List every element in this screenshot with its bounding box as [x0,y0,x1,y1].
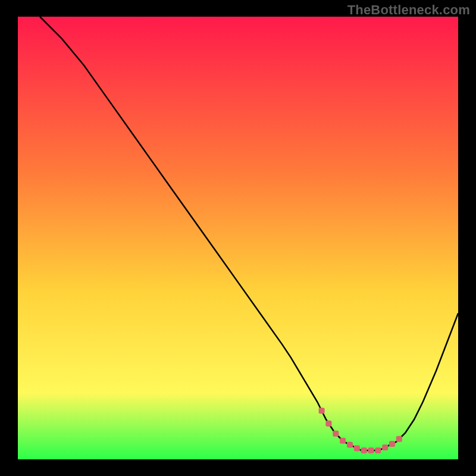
optimal-marker [319,408,325,414]
optimal-marker [347,441,353,447]
optimal-marker [375,447,381,453]
chart-frame: TheBottleneck.com [0,0,476,476]
optimal-marker [333,431,339,437]
bottleneck-chart [0,0,476,476]
optimal-marker [396,436,402,442]
optimal-marker [389,441,395,447]
watermark-text: TheBottleneck.com [347,2,470,18]
plot-background [18,17,458,459]
optimal-marker [368,447,374,453]
optimal-marker [382,444,388,450]
optimal-marker [354,445,360,451]
optimal-marker [361,447,367,453]
optimal-marker [325,421,331,427]
optimal-marker [340,438,346,444]
